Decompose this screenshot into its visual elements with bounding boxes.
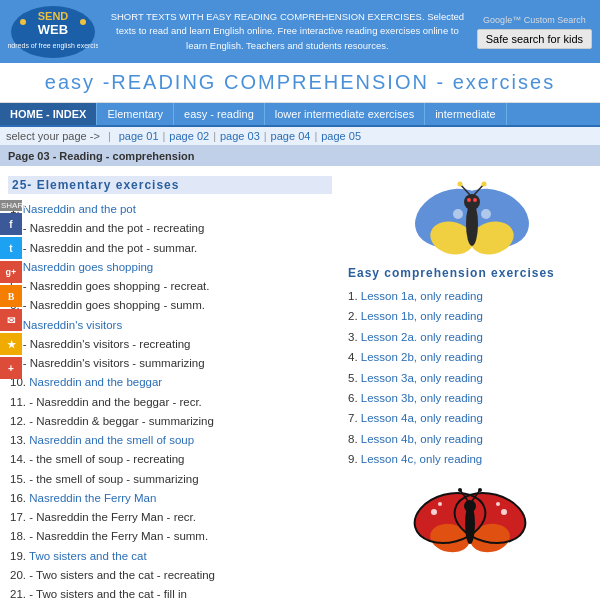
- page-title-bar: easy -READING COMPREHENSION - exercises: [0, 63, 600, 103]
- svg-point-11: [464, 194, 480, 210]
- easy-list-item: 9. Lesson 4c, only reading: [348, 449, 592, 469]
- exercise-label: - Two sisters and the cat - fill in: [26, 588, 187, 600]
- exercise-label: - Nasreddin the Ferry Man - summ.: [26, 530, 208, 542]
- exercise-label: - Nasreddin goes shopping - recreat.: [20, 280, 210, 292]
- svg-point-15: [458, 182, 463, 187]
- page-link-04[interactable]: page 04: [271, 130, 311, 142]
- svg-point-31: [464, 500, 476, 512]
- select-page-label: select your page ->: [6, 130, 100, 142]
- exercise-number: 18.: [10, 530, 26, 542]
- exercise-list-item: 6. - Nasreddin goes shopping - summ.: [8, 296, 332, 315]
- page-link-01[interactable]: page 01: [119, 130, 159, 142]
- easy-item-number: 4.: [348, 351, 358, 363]
- easy-item-link[interactable]: Lesson 1b, only reading: [361, 310, 483, 322]
- easy-item-link[interactable]: Lesson 4a, only reading: [361, 412, 483, 424]
- exercise-label: - Nasreddin and the beggar - recr.: [26, 396, 202, 408]
- svg-text:SEND: SEND: [38, 10, 69, 22]
- exercise-link[interactable]: Nasreddin's visitors: [23, 319, 122, 331]
- exercise-number: 21.: [10, 588, 26, 600]
- exercise-label: - Nasreddin and the pot - summar.: [20, 242, 198, 254]
- tab-lower-intermediate[interactable]: lower intermediate exercises: [265, 103, 425, 125]
- exercise-list-item: 13. Nasreddin and the smell of soup: [8, 431, 332, 450]
- easy-item-link[interactable]: Lesson 2a. only reading: [361, 331, 483, 343]
- tab-easy-reading[interactable]: easy - reading: [174, 103, 265, 125]
- exercise-list-item: 4. Nasreddin goes shopping: [8, 258, 332, 277]
- site-logo: SEND WEB hundreds of free english exerci…: [8, 4, 98, 59]
- right-column: Easy comprehension exercises 1. Lesson 1…: [340, 172, 600, 600]
- exercise-link[interactable]: Nasreddin goes shopping: [23, 261, 153, 273]
- svg-point-19: [481, 209, 491, 219]
- exercise-number: 14.: [10, 453, 26, 465]
- easy-item-link[interactable]: Lesson 4b, only reading: [361, 433, 483, 445]
- exercise-list-item: 1. Nasreddin and the pot: [8, 200, 332, 219]
- exercise-list-item: 12. - Nasreddin & beggar - summarizing: [8, 412, 332, 431]
- plus-share-button[interactable]: +: [0, 357, 22, 379]
- main-content: 25- Elementary exercises 1. Nasreddin an…: [0, 166, 600, 600]
- google-label: Google™ Custom Search: [483, 15, 586, 25]
- home-tab[interactable]: HOME - INDEX: [0, 103, 97, 125]
- exercise-link[interactable]: Nasreddin the Ferry Man: [29, 492, 156, 504]
- exercise-list-item: 17. - Nasreddin the Ferry Man - recr.: [8, 508, 332, 527]
- exercise-list-item: 10. Nasreddin and the beggar: [8, 373, 332, 392]
- tab-elementary[interactable]: Elementary: [97, 103, 174, 125]
- exercise-link[interactable]: Nasreddin and the beggar: [29, 376, 162, 388]
- section-title: 25- Elementary exercises: [8, 176, 332, 194]
- easy-item-link[interactable]: Lesson 3a, only reading: [361, 372, 483, 384]
- svg-point-26: [431, 509, 437, 515]
- easy-list-item: 6. Lesson 3b, only reading: [348, 388, 592, 408]
- easy-item-link[interactable]: Lesson 3b, only reading: [361, 392, 483, 404]
- svg-point-35: [478, 488, 482, 492]
- exercise-list-item: 14. - the smell of soup - recreating: [8, 450, 332, 469]
- safe-search-button[interactable]: Safe search for kids: [477, 29, 592, 49]
- facebook-share-button[interactable]: f: [0, 213, 22, 235]
- easy-item-link[interactable]: Lesson 2b, only reading: [361, 351, 483, 363]
- exercise-label: - Nasreddin goes shopping - summ.: [20, 299, 205, 311]
- exercise-list: 1. Nasreddin and the pot2. - Nasreddin a…: [8, 200, 332, 600]
- exercise-list-item: 18. - Nasreddin the Ferry Man - summ.: [8, 527, 332, 546]
- exercise-list-item: 2. - Nasreddin and the pot - recreating: [8, 219, 332, 238]
- logo-area: SEND WEB hundreds of free english exerci…: [8, 4, 98, 59]
- email-share-button[interactable]: ✉: [0, 309, 22, 331]
- easy-list-item: 8. Lesson 4b, only reading: [348, 429, 592, 449]
- svg-point-28: [501, 509, 507, 515]
- easy-item-number: 1.: [348, 290, 358, 302]
- star-share-button[interactable]: ★: [0, 333, 22, 355]
- exercise-list-item: 19. Two sisters and the cat: [8, 547, 332, 566]
- exercise-link[interactable]: Two sisters and the cat: [29, 550, 147, 562]
- exercise-number: 15.: [10, 473, 26, 485]
- page-link-03[interactable]: page 03: [220, 130, 260, 142]
- easy-item-link[interactable]: Lesson 1a, only reading: [361, 290, 483, 302]
- nav-tabs: HOME - INDEX Elementary easy - reading l…: [0, 103, 600, 127]
- butterfly-top-image: [400, 176, 540, 266]
- header: SEND WEB hundreds of free english exerci…: [0, 0, 600, 63]
- page-link-05[interactable]: page 05: [321, 130, 361, 142]
- page-link-02[interactable]: page 02: [169, 130, 209, 142]
- exercise-label: - the smell of soup - summarizing: [26, 473, 199, 485]
- exercise-number: 17.: [10, 511, 26, 523]
- easy-comprehension-list: 1. Lesson 1a, only reading2. Lesson 1b, …: [348, 286, 592, 470]
- tab-intermediate[interactable]: intermediate: [425, 103, 507, 125]
- easy-item-link[interactable]: Lesson 4c, only reading: [361, 453, 482, 465]
- easy-list-item: 5. Lesson 3a, only reading: [348, 368, 592, 388]
- googleplus-share-button[interactable]: g+: [0, 261, 22, 283]
- exercise-link[interactable]: Nasreddin and the pot: [23, 203, 136, 215]
- search-area: Google™ Custom Search Safe search for ki…: [477, 15, 592, 49]
- blogger-share-button[interactable]: B: [0, 285, 22, 307]
- sub-nav: select your page -> | page 01 | page 02 …: [0, 127, 600, 146]
- exercise-list-item: 15. - the smell of soup - summarizing: [8, 470, 332, 489]
- twitter-share-button[interactable]: t: [0, 237, 22, 259]
- easy-list-item: 7. Lesson 4a, only reading: [348, 408, 592, 428]
- easy-list-item: 2. Lesson 1b, only reading: [348, 306, 592, 326]
- exercise-link[interactable]: Nasreddin and the smell of soup: [29, 434, 194, 446]
- easy-item-number: 9.: [348, 453, 358, 465]
- exercise-label: - Nasreddin the Ferry Man - recr.: [26, 511, 196, 523]
- svg-point-27: [438, 502, 442, 506]
- easy-list-item: 1. Lesson 1a, only reading: [348, 286, 592, 306]
- easy-item-number: 8.: [348, 433, 358, 445]
- svg-point-5: [80, 19, 86, 25]
- exercise-list-item: 21. - Two sisters and the cat - fill in: [8, 585, 332, 600]
- easy-item-number: 5.: [348, 372, 358, 384]
- left-column: 25- Elementary exercises 1. Nasreddin an…: [0, 172, 340, 600]
- exercise-list-item: 8. - Nasreddin's visitors - recreating: [8, 335, 332, 354]
- exercise-label: - Nasreddin's visitors - summarizing: [20, 357, 205, 369]
